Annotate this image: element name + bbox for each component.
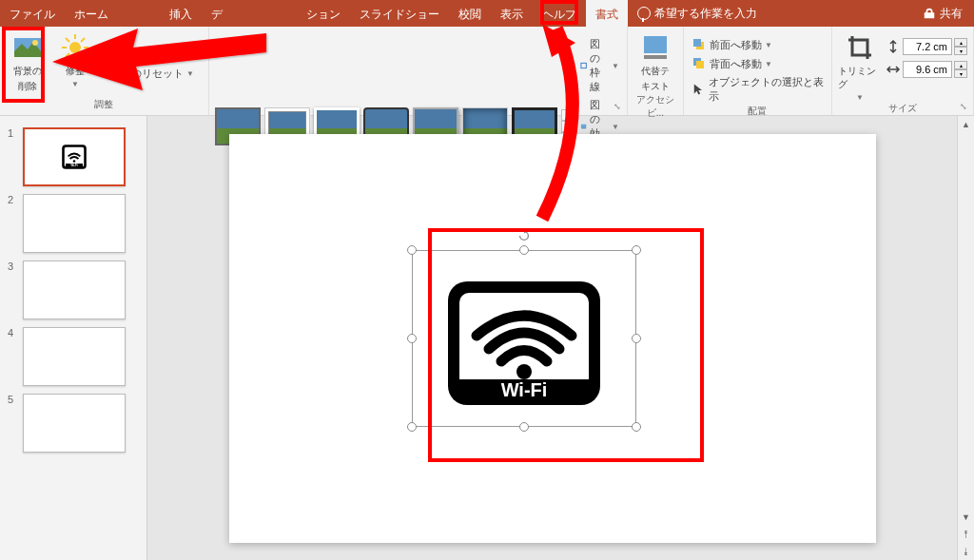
reset-picture-button[interactable]: 図のリセット ▼ <box>101 65 196 82</box>
selection-icon <box>692 82 706 97</box>
tab-file[interactable]: ファイル <box>0 0 65 27</box>
slide-canvas[interactable]: Wi-Fi <box>229 134 876 543</box>
resize-handle-sw[interactable] <box>407 422 417 432</box>
bring-forward-label: 前面へ移動 <box>710 38 762 52</box>
thumb-slide-1[interactable]: Wi-Fi <box>23 127 126 186</box>
group-accessibility: 代替テ キスト アクセシビ... <box>628 27 684 115</box>
chevron-down-icon: ▼ <box>765 41 772 49</box>
svg-line-8 <box>81 53 85 57</box>
compress-label: 図の圧縮 <box>121 46 163 60</box>
border-label: 図の枠線 <box>590 37 609 94</box>
reset-icon <box>103 66 118 81</box>
height-icon <box>886 39 901 54</box>
width-input[interactable] <box>903 61 952 78</box>
height-input[interactable] <box>903 38 952 55</box>
corrections-button[interactable]: 修整 ▼ <box>53 30 97 88</box>
remove-background-button[interactable]: 背景の 削除 <box>6 30 49 93</box>
alt-text-button[interactable]: 代替テ キスト <box>633 30 677 93</box>
wifi-image[interactable]: Wi-Fi <box>443 277 605 410</box>
chevron-down-icon: ▼ <box>856 93 864 102</box>
prev-slide-button[interactable]: ⭱ <box>958 526 974 543</box>
border-icon <box>580 58 587 73</box>
share-button[interactable]: 共有 <box>911 0 974 27</box>
svg-rect-20 <box>644 55 667 59</box>
send-backward-label: 背面へ移動 <box>710 57 762 71</box>
svg-line-7 <box>66 38 69 42</box>
thumb-slide-3[interactable] <box>23 261 126 319</box>
bring-forward-button[interactable]: 前面へ移動 ▼ <box>690 36 826 53</box>
group-expand-button[interactable]: ⤡ <box>960 102 971 113</box>
slide-thumbnails-pane[interactable]: 1 Wi-Fi 2 3 4 5 <box>0 116 147 560</box>
sun-icon <box>60 32 90 63</box>
remove-bg-icon <box>12 32 43 63</box>
chevron-down-icon: ▼ <box>765 60 772 68</box>
group-expand-button[interactable]: ⤡ <box>614 102 625 113</box>
slide-thumb-3[interactable]: 3 <box>0 257 146 323</box>
thumb-slide-5[interactable] <box>23 394 126 453</box>
alt-text-label-2: キスト <box>641 80 670 93</box>
group-arrange: 前面へ移動 ▼ 背面へ移動 ▼ オブジェクトの選択と表示 配置 <box>684 27 832 115</box>
resize-handle-ne[interactable] <box>632 245 641 255</box>
resize-handle-nw[interactable] <box>407 245 417 255</box>
slide-editor-area[interactable]: Wi-Fi <box>147 116 957 560</box>
vertical-scrollbar[interactable]: ▲ ▼ ⭱ ⭳ <box>957 116 974 560</box>
slide-thumb-1[interactable]: 1 Wi-Fi <box>0 124 146 190</box>
remove-bg-label-1: 背景の <box>13 65 42 78</box>
selection-pane-button[interactable]: オブジェクトの選択と表示 <box>690 74 826 105</box>
resize-handle-se[interactable] <box>632 422 641 432</box>
slide-thumb-5[interactable]: 5 <box>0 390 146 456</box>
tab-home[interactable]: ホーム <box>65 0 118 27</box>
width-icon <box>886 62 901 77</box>
tab-view[interactable]: ヘルプ <box>533 0 586 27</box>
alt-text-label-1: 代替テ <box>641 65 670 78</box>
tab-design[interactable]: デ <box>202 0 232 27</box>
next-slide-button[interactable]: ⭳ <box>958 543 974 560</box>
picture-border-button[interactable]: 図の枠線 ▼ <box>578 36 621 95</box>
content-area: 1 Wi-Fi 2 3 4 5 <box>0 116 974 560</box>
resize-handle-w[interactable] <box>407 334 417 343</box>
tab-animations[interactable]: スライドショー <box>350 0 449 27</box>
svg-line-9 <box>66 53 69 57</box>
tab-review[interactable]: 表示 <box>491 0 533 27</box>
send-backward-icon <box>692 56 707 71</box>
remove-bg-label-2: 削除 <box>18 80 37 93</box>
corrections-label: 修整 <box>66 65 85 78</box>
crop-button[interactable]: トリミング ▼ <box>838 30 882 102</box>
compress-pictures-button[interactable]: 図の圧縮 <box>101 44 196 61</box>
tab-insert[interactable]: 挿入 <box>160 0 202 27</box>
height-down-button[interactable]: ▾ <box>954 47 967 55</box>
slide-thumb-2[interactable]: 2 <box>0 190 146 257</box>
share-label: 共有 <box>940 6 963 22</box>
tell-me-search[interactable]: 希望する作業を入力 <box>628 0 767 27</box>
resize-handle-n[interactable] <box>519 245 529 255</box>
tab-transitions[interactable]: ション <box>297 0 350 27</box>
reset-label: 図のリセット <box>121 67 184 81</box>
svg-point-2 <box>69 42 81 53</box>
group-picture-styles: ▴ ▾ ▿ 図の枠線 ▼ 図の効果 ▼ 図のレイアウト <box>209 27 628 115</box>
send-backward-button[interactable]: 背面へ移動 ▼ <box>690 55 826 72</box>
svg-point-32 <box>516 364 532 379</box>
resize-handle-e[interactable] <box>632 334 641 343</box>
svg-text:Wi-Fi: Wi-Fi <box>71 164 78 167</box>
svg-rect-19 <box>644 36 667 53</box>
svg-line-10 <box>81 38 85 42</box>
resize-handle-s[interactable] <box>519 422 529 432</box>
alt-text-icon <box>640 32 671 63</box>
wifi-icon: Wi-Fi <box>59 142 89 172</box>
tab-slideshow[interactable]: 校閲 <box>449 0 491 27</box>
tab-format[interactable]: 書式 <box>586 0 628 27</box>
width-up-button[interactable]: ▴ <box>954 61 967 69</box>
thumb-slide-4[interactable] <box>23 327 126 386</box>
scroll-up-button[interactable]: ▲ <box>958 116 974 133</box>
thumb-slide-2[interactable] <box>23 194 126 253</box>
height-up-button[interactable]: ▴ <box>954 38 967 47</box>
crop-icon <box>845 32 875 63</box>
crop-label: トリミング <box>838 65 882 91</box>
scroll-down-button[interactable]: ▼ <box>958 509 974 526</box>
selected-image[interactable]: Wi-Fi <box>391 229 657 448</box>
slide-thumb-4[interactable]: 4 <box>0 323 146 390</box>
chevron-down-icon: ▼ <box>71 80 79 88</box>
svg-point-27 <box>73 160 76 163</box>
width-down-button[interactable]: ▾ <box>954 69 967 78</box>
rotate-handle-icon[interactable] <box>517 229 531 242</box>
